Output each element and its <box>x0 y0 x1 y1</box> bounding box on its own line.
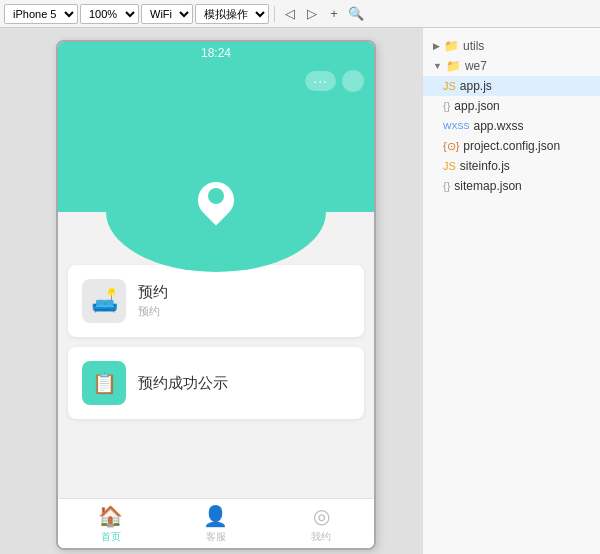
profile-icon: 👤 <box>203 504 228 528</box>
js-icon-app: JS <box>443 80 456 92</box>
phone-frame: 18:24 ··· <box>56 40 376 550</box>
card-notice-text: 预约成功公示 <box>138 374 228 393</box>
circle-icon <box>186 172 246 242</box>
network-select[interactable]: WiFi <box>141 4 193 24</box>
app-js-label: app.js <box>460 79 492 93</box>
folder-icon-we7: 📁 <box>446 59 461 73</box>
we7-arrow: ▼ <box>433 61 442 71</box>
tab-myapp[interactable]: ◎ 我约 <box>269 504 374 544</box>
file-panel: ▶ 📁 utils ▼ 📁 we7 JS app.js {} app.json … <box>422 28 600 554</box>
card-notice[interactable]: 📋 预约成功公示 <box>68 347 364 419</box>
folder-icon-utils: 📁 <box>444 39 459 53</box>
json-icon-sitemap: {} <box>443 180 450 192</box>
utils-label: utils <box>463 39 484 53</box>
card-notice-title: 预约成功公示 <box>138 374 228 393</box>
card-notice-icon-wrap: 📋 <box>82 361 126 405</box>
tab-profile-label: 客服 <box>206 530 226 544</box>
card-appointment-icon-wrap: 🛋️ <box>82 279 126 323</box>
toolbar: iPhone 5 100% WiFi 模拟操作 ◁ ▷ + 🔍 <box>0 0 600 28</box>
project-config-item[interactable]: {⊙} project.config.json <box>423 136 600 156</box>
phone-content: ··· 🛋️ <box>58 62 374 548</box>
doc-icon: 📋 <box>92 371 117 395</box>
card-appointment[interactable]: 🛋️ 预约 预约 <box>68 265 364 337</box>
teardrop-inner <box>208 188 224 204</box>
circle-button[interactable] <box>342 70 364 92</box>
header-controls: ··· <box>305 70 364 92</box>
toolbar-btn-search[interactable]: 🔍 <box>346 4 366 24</box>
toolbar-btn-add[interactable]: + <box>324 4 344 24</box>
tab-home[interactable]: 🏠 首页 <box>58 504 163 544</box>
sitemap-json-label: sitemap.json <box>454 179 521 193</box>
utils-arrow: ▶ <box>433 41 440 51</box>
app-json-label: app.json <box>454 99 499 113</box>
toolbar-btn-forward[interactable]: ▷ <box>302 4 322 24</box>
mode-select[interactable]: 模拟操作 <box>195 4 269 24</box>
we7-folder[interactable]: ▼ 📁 we7 <box>423 56 600 76</box>
circle-header: ··· <box>58 62 374 212</box>
card-appointment-text: 预约 预约 <box>138 283 168 319</box>
main-area: 18:24 ··· <box>0 28 600 554</box>
utils-folder[interactable]: ▶ 📁 utils <box>423 36 600 56</box>
config-icon: {⊙} <box>443 140 459 153</box>
we7-label: we7 <box>465 59 487 73</box>
cards-area: 🛋️ 预约 预约 📋 预约成功公示 <box>58 257 374 498</box>
tab-home-label: 首页 <box>101 530 121 544</box>
project-config-label: project.config.json <box>463 139 560 153</box>
dots-button[interactable]: ··· <box>305 71 336 91</box>
teardrop-icon <box>196 182 236 232</box>
siteinfo-js-label: siteinfo.js <box>460 159 510 173</box>
wxss-icon-app: WXSS <box>443 121 470 131</box>
js-icon-siteinfo: JS <box>443 160 456 172</box>
card-appointment-title: 预约 <box>138 283 168 302</box>
phone-tabbar: 🏠 首页 👤 客服 ◎ 我约 <box>58 498 374 548</box>
tab-myapp-label: 我约 <box>311 530 331 544</box>
device-select[interactable]: iPhone 5 <box>4 4 78 24</box>
sitemap-json-item[interactable]: {} sitemap.json <box>423 176 600 196</box>
simulator-area: 18:24 ··· <box>0 28 422 554</box>
card-appointment-sub: 预约 <box>138 304 168 319</box>
siteinfo-js-item[interactable]: JS siteinfo.js <box>423 156 600 176</box>
json-icon-app: {} <box>443 100 450 112</box>
status-time: 18:24 <box>201 46 231 60</box>
sofa-icon: 🛋️ <box>91 288 118 314</box>
separator <box>274 6 275 22</box>
app-json-item[interactable]: {} app.json <box>423 96 600 116</box>
myapp-icon: ◎ <box>313 504 330 528</box>
zoom-select[interactable]: 100% <box>80 4 139 24</box>
home-icon: 🏠 <box>98 504 123 528</box>
phone-status-bar: 18:24 <box>58 42 374 62</box>
app-wxss-item[interactable]: WXSS app.wxss <box>423 116 600 136</box>
app-wxss-label: app.wxss <box>474 119 524 133</box>
toolbar-btn-back[interactable]: ◁ <box>280 4 300 24</box>
tab-profile[interactable]: 👤 客服 <box>163 504 268 544</box>
app-js-item[interactable]: JS app.js <box>423 76 600 96</box>
